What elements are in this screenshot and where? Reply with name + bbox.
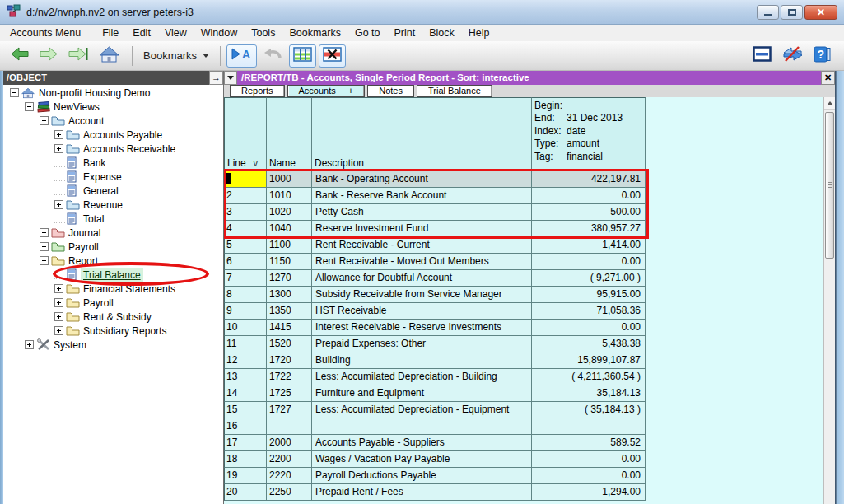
- description-cell[interactable]: Bank - Reserve Bank Account: [312, 188, 532, 204]
- tree-item-trial-balance[interactable]: Trial Balance: [3, 268, 223, 282]
- account-number-cell[interactable]: 1270: [267, 270, 312, 287]
- amount-cell[interactable]: 5,438.38: [532, 336, 646, 352]
- forward-button[interactable]: [35, 44, 62, 68]
- amount-cell[interactable]: 1,294.00: [532, 484, 646, 501]
- run-block-button[interactable]: A: [226, 44, 257, 68]
- tree-item-total[interactable]: Total: [3, 212, 223, 226]
- line-cell[interactable]: 1: [224, 171, 267, 188]
- amount-cell[interactable]: 500.00: [532, 204, 646, 221]
- line-cell[interactable]: 4: [224, 221, 267, 237]
- view-split-button[interactable]: [748, 44, 776, 68]
- menu-help[interactable]: Help: [469, 27, 490, 39]
- description-cell[interactable]: Less: Accumilated Depreciation - Buildin…: [312, 369, 532, 385]
- report-dropdown-button[interactable]: [224, 71, 237, 85]
- account-number-cell[interactable]: 1000: [267, 171, 312, 188]
- description-cell[interactable]: Subsidy Receivable from Service Manager: [312, 287, 532, 303]
- description-cell[interactable]: Prepaid Expenses: Other: [312, 336, 532, 352]
- account-number-cell[interactable]: 1725: [267, 385, 312, 402]
- table-row[interactable]: 51100Rent Receivable - Current1,414.00: [224, 237, 646, 254]
- account-number-cell[interactable]: 1720: [267, 352, 312, 369]
- description-cell[interactable]: Wages / Vacation Pay Payable: [312, 451, 532, 468]
- description-cell[interactable]: Allowance for Doubtful Account: [312, 270, 532, 287]
- amount-cell[interactable]: ( 9,271.00 ): [532, 270, 646, 287]
- panel-expand-right-button[interactable]: →: [209, 71, 223, 85]
- account-number-cell[interactable]: 1150: [267, 254, 312, 270]
- undo-button[interactable]: [259, 44, 287, 68]
- amount-cell[interactable]: 0.00: [532, 451, 646, 468]
- description-cell[interactable]: HST Receivable: [312, 303, 532, 320]
- vertical-scrollbar[interactable]: [823, 97, 835, 504]
- tree-item-general[interactable]: General: [3, 184, 223, 198]
- table-row[interactable]: 172000Accounts Payable - Suppliers589.52: [224, 435, 646, 451]
- tree-item-revenue[interactable]: Revenue: [3, 198, 223, 212]
- line-cell[interactable]: 17: [224, 435, 267, 451]
- description-cell[interactable]: Payroll Deductions Payable: [312, 468, 532, 484]
- table-row[interactable]: 61150Rent Receivable - Moved Out Members…: [224, 254, 646, 270]
- table-row[interactable]: 16: [224, 418, 646, 435]
- expand-toggle[interactable]: [40, 242, 49, 251]
- description-cell[interactable]: Rent Receivable - Current: [312, 237, 532, 254]
- account-number-cell[interactable]: 2250: [267, 484, 312, 501]
- minimize-button[interactable]: [757, 5, 779, 20]
- tree-item-accounts-receivable[interactable]: Accounts Receivable: [3, 142, 223, 156]
- table-row[interactable]: 31020Petty Cash500.00: [224, 204, 646, 221]
- table-row[interactable]: 151727Less: Accumilated Depreciation - E…: [224, 402, 646, 418]
- description-cell[interactable]: Less: Accumilated Depreciation - Equipme…: [312, 402, 532, 418]
- scrollbar-thumb[interactable]: [825, 112, 834, 259]
- table-row[interactable]: 121720Building15,899,107.87: [224, 352, 646, 369]
- table-row[interactable]: 192220Payroll Deductions Payable0.00: [224, 468, 646, 484]
- account-number-cell[interactable]: 1020: [267, 204, 312, 221]
- account-number-cell[interactable]: 1722: [267, 369, 312, 385]
- tree-item-financial-statements[interactable]: Financial Statements: [3, 282, 223, 296]
- description-cell[interactable]: Interest Receivable - Reserve Investment…: [312, 320, 532, 336]
- tree-item-rent-subsidy[interactable]: Rent & Subsidy: [3, 310, 223, 324]
- amount-cell[interactable]: 0.00: [532, 320, 646, 336]
- description-cell[interactable]: [312, 418, 532, 435]
- description-cell[interactable]: Reserve Investment Fund: [312, 221, 532, 237]
- amount-cell[interactable]: [532, 418, 646, 435]
- collapse-toggle[interactable]: [40, 116, 49, 125]
- line-cell[interactable]: 13: [224, 369, 267, 385]
- expand-toggle[interactable]: [54, 326, 63, 335]
- collapse-toggle[interactable]: [40, 256, 49, 265]
- transfer-button[interactable]: [778, 44, 807, 68]
- amount-cell[interactable]: ( 4,211,360.54 ): [532, 369, 646, 385]
- amount-cell[interactable]: 589.52: [532, 435, 646, 451]
- amount-cell[interactable]: 1,414.00: [532, 237, 646, 254]
- amount-cell[interactable]: 0.00: [532, 188, 646, 204]
- line-cell[interactable]: 6: [224, 254, 267, 270]
- close-button[interactable]: ✕: [804, 5, 837, 20]
- account-number-cell[interactable]: 1100: [267, 237, 312, 254]
- line-cell[interactable]: 3: [224, 204, 267, 221]
- tab-notes[interactable]: Notes: [367, 85, 414, 97]
- description-cell[interactable]: Petty Cash: [312, 204, 532, 221]
- insert-table-button[interactable]: [289, 44, 316, 68]
- expand-toggle[interactable]: [54, 312, 63, 321]
- tree-item-expense[interactable]: Expense: [3, 170, 223, 184]
- menu-go-to[interactable]: Go to: [355, 27, 380, 39]
- table-row[interactable]: 141725Furniture and Equipment35,184.13: [224, 385, 646, 402]
- menu-file[interactable]: File: [102, 27, 119, 39]
- column-header-line[interactable]: Line v: [224, 97, 267, 171]
- tree-item-payroll[interactable]: Payroll: [3, 240, 223, 254]
- menu-edit[interactable]: Edit: [133, 27, 151, 39]
- description-cell[interactable]: Building: [312, 352, 532, 369]
- tab-reports[interactable]: Reports: [230, 85, 285, 97]
- line-cell[interactable]: 15: [224, 402, 267, 418]
- line-cell[interactable]: 18: [224, 451, 267, 468]
- line-cell[interactable]: 12: [224, 352, 267, 369]
- tree-item-payroll[interactable]: Payroll: [3, 296, 223, 310]
- description-cell[interactable]: Rent Receivable - Moved Out Members: [312, 254, 532, 270]
- line-cell[interactable]: 11: [224, 336, 267, 352]
- tree-item-account[interactable]: Account: [3, 114, 223, 128]
- amount-cell[interactable]: ( 35,184.13 ): [532, 402, 646, 418]
- expand-toggle[interactable]: [54, 284, 63, 293]
- expand-toggle[interactable]: [54, 298, 63, 307]
- line-cell[interactable]: 19: [224, 468, 267, 484]
- table-row[interactable]: 11000Bank - Operating Account422,197.81: [224, 171, 646, 188]
- account-number-cell[interactable]: 1415: [267, 320, 312, 336]
- scroll-up-button[interactable]: [824, 97, 835, 110]
- amount-cell[interactable]: 422,197.81: [532, 171, 646, 188]
- table-row[interactable]: 111520Prepaid Expenses: Other5,438.38: [224, 336, 646, 352]
- tree-item-report[interactable]: Report: [3, 254, 223, 268]
